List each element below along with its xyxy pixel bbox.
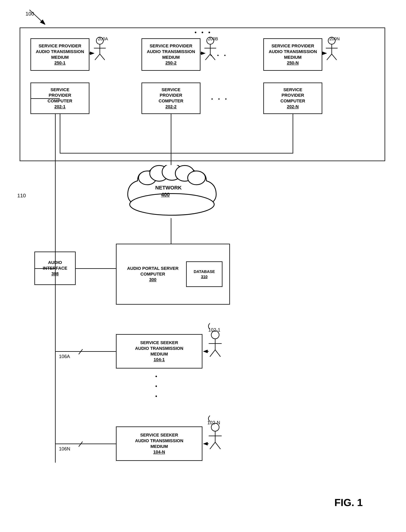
sp-atm-n-line2: AUDIO TRANSMISSION — [269, 49, 317, 55]
arrow-p102-n-to-ssn — [203, 442, 209, 445]
person-102-1 — [206, 330, 224, 359]
dbl-arrow-nb — [322, 52, 327, 55]
dots-top-h: • • • — [195, 29, 212, 36]
svg-line-33 — [79, 349, 83, 354]
network-cloud — [120, 165, 224, 218]
sp-atm-1-line3: MEDIUM — [51, 55, 69, 60]
ss-atm-n-line1: SERVICE SEEKER — [140, 432, 178, 438]
svg-line-38 — [210, 350, 215, 357]
network-num: 400 — [161, 192, 170, 198]
sp-comp-n-num: 202-N — [287, 104, 299, 110]
line-h-connect — [60, 153, 293, 153]
audio-portal-num: 300 — [119, 277, 186, 283]
ss-atm-n-num: 104-N — [153, 449, 165, 455]
sp-comp-1-line1: SERVICE — [51, 87, 69, 93]
ss-atm-n-line2: AUDIO TRANSMISSION — [135, 438, 183, 444]
diagram: 100 • • • SERVICE PROVIDER AUDIO TRANSMI… — [0, 0, 406, 532]
svg-line-46 — [215, 442, 220, 449]
line-comp1-down — [60, 114, 60, 153]
network-label: NETWORK — [155, 185, 181, 191]
ref-200a: 200A — [98, 36, 108, 42]
svg-point-32 — [130, 194, 214, 215]
audio-portal-line1: AUDIO PORTAL SERVER — [119, 266, 186, 271]
sp-comp-n-box: SERVICE PROVIDER COMPUTER 202-N — [263, 82, 322, 114]
ref-106a: 106A — [59, 354, 70, 359]
svg-line-34 — [79, 442, 83, 447]
svg-point-31 — [188, 171, 205, 185]
sp-atm-2-num: 250-2 — [166, 60, 176, 66]
sp-comp-1-num: 202-1 — [54, 104, 65, 110]
arrow-p102-1-to-ss1 — [203, 350, 209, 353]
sp-atm-1-line1: SERVICE PROVIDER — [38, 43, 81, 49]
ss-atm-n-line3: MEDIUM — [150, 444, 168, 450]
slash-106n — [79, 441, 85, 447]
sp-comp-n-line3: COMPUTER — [280, 98, 305, 104]
audio-portal-line2: COMPUTER — [119, 271, 186, 277]
line-106n — [55, 444, 116, 444]
ss-atm-n-box: SERVICE SEEKER AUDIO TRANSMISSION MEDIUM… — [116, 426, 203, 461]
curl-102-1 — [206, 322, 214, 330]
ss-atm-1-num: 104-1 — [154, 357, 165, 363]
sp-comp-2-box: SERVICE PROVIDER COMPUTER 202-2 — [141, 82, 200, 114]
sp-atm-n-line1: SERVICE PROVIDER — [271, 43, 314, 49]
line-compn-down — [293, 114, 293, 153]
sp-comp-2-line1: SERVICE — [161, 87, 180, 93]
line-110-main — [55, 114, 56, 276]
dots-ss-v: ••• — [155, 372, 157, 401]
sp-comp-1-line3: COMPUTER — [48, 98, 72, 104]
ref-200b: 200B — [208, 36, 218, 42]
line-interface-portal — [76, 268, 116, 269]
ref-110: 110 — [17, 193, 26, 199]
ss-atm-1-line3: MEDIUM — [150, 351, 168, 357]
svg-line-10 — [210, 54, 215, 60]
svg-line-5 — [100, 54, 105, 60]
sp-comp-2-line3: COMPUTER — [159, 98, 183, 104]
svg-line-39 — [215, 350, 220, 357]
dbl-arrow-1a — [89, 52, 94, 55]
line-110-down — [55, 276, 56, 463]
sp-comp-1-line2: PROVIDER — [49, 93, 71, 98]
svg-line-9 — [205, 54, 210, 60]
sp-atm-2-box: SERVICE PROVIDER AUDIO TRANSMISSION MEDI… — [141, 38, 200, 71]
svg-line-14 — [327, 54, 332, 60]
sp-atm-n-box: SERVICE PROVIDER AUDIO TRANSMISSION MEDI… — [263, 38, 322, 71]
sp-atm-n-line3: MEDIUM — [284, 55, 301, 60]
svg-line-15 — [332, 54, 337, 60]
sp-comp-2-num: 202-2 — [166, 104, 176, 110]
audio-portal-box: AUDIO PORTAL SERVER COMPUTER 300 DATABAS… — [116, 244, 230, 305]
sp-atm-1-line2: AUDIO TRANSMISSION — [36, 49, 84, 55]
sp-atm-2-line3: MEDIUM — [162, 55, 180, 60]
sp-comp-n-line1: SERVICE — [283, 87, 302, 93]
sp-atm-n-num: 250-N — [287, 60, 299, 66]
sp-comp-2-line2: PROVIDER — [160, 93, 182, 98]
dbl-arrow-2b — [200, 52, 205, 55]
ref-106n: 106N — [59, 446, 70, 452]
database-num: 310 — [201, 274, 208, 279]
svg-line-45 — [210, 442, 215, 449]
sp-atm-1-num: 250-1 — [54, 60, 65, 66]
line-network-portal — [171, 218, 171, 244]
fig-label: FIG. 1 — [334, 497, 363, 508]
slash-106a — [79, 349, 85, 355]
ss-atm-1-line2: AUDIO TRANSMISSION — [135, 346, 183, 351]
ref-200n: 200N — [329, 36, 340, 42]
line-106a — [55, 351, 116, 352]
sp-atm-1-box: SERVICE PROVIDER AUDIO TRANSMISSION MEDI… — [30, 38, 89, 71]
svg-line-4 — [95, 54, 100, 60]
line-110-to-interface — [34, 268, 55, 269]
dots-comp-mid: • • • — [211, 96, 229, 102]
sp-comp-n-line2: PROVIDER — [282, 93, 304, 98]
ss-atm-1-line1: SERVICE SEEKER — [140, 340, 178, 346]
person-102-n — [206, 423, 224, 451]
line-h-comp1-left — [30, 98, 60, 99]
ss-atm-1-box: SERVICE SEEKER AUDIO TRANSMISSION MEDIUM… — [116, 334, 203, 369]
sp-atm-2-line2: AUDIO TRANSMISSION — [147, 49, 195, 55]
database-label: DATABASE — [194, 269, 215, 274]
sp-atm-2-line1: SERVICE PROVIDER — [150, 43, 192, 49]
line-comp2-down — [171, 114, 171, 153]
curl-102-n — [206, 415, 214, 423]
